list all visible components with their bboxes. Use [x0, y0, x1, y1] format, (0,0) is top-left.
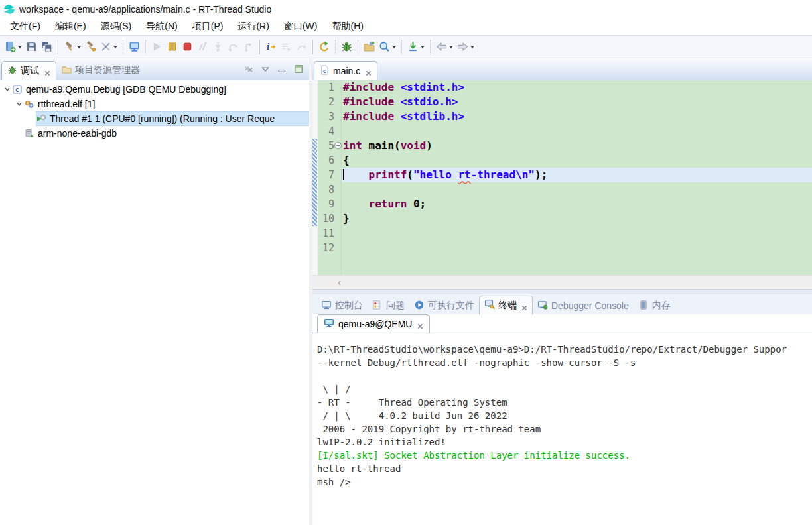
new-wizard-button[interactable] — [3, 39, 23, 55]
scroll-left-arrow-icon[interactable]: ‹ — [338, 278, 346, 286]
line-number: 3 — [318, 109, 341, 124]
maximize-button[interactable] — [293, 64, 304, 74]
tree-item[interactable]: arm-none-eabi-gdb — [0, 126, 309, 141]
problems-icon — [372, 300, 383, 312]
tab-label: 控制台 — [335, 300, 363, 312]
fold-collapse-icon[interactable]: − — [334, 142, 342, 149]
menu-item-6[interactable]: 窗口(W) — [277, 19, 325, 34]
back-button[interactable] — [435, 39, 454, 55]
tab-项目资源管理器[interactable]: 项目资源管理器 — [56, 61, 145, 80]
terminal-output[interactable]: D:\RT-ThreadStudio\workspace\qemu-a9>D:/… — [312, 333, 812, 525]
build-dropdown-arrow[interactable] — [77, 46, 81, 50]
code-line[interactable]: #include <stdio.h> — [342, 95, 812, 109]
code-line[interactable]: int main(void) — [342, 139, 812, 153]
code-line[interactable] — [342, 241, 812, 255]
tree-item[interactable]: cqemu-a9.Qemu.Debug [GDB QEMU Debugging] — [0, 82, 309, 97]
save-all-button[interactable] — [40, 39, 54, 55]
minimize-button[interactable] — [277, 64, 287, 74]
resume-icon — [151, 41, 163, 52]
restart-button[interactable] — [317, 39, 331, 55]
search-dropdown-arrow[interactable] — [392, 46, 396, 50]
save-all-icon — [41, 41, 52, 52]
debug-button[interactable] — [340, 39, 354, 55]
code-line[interactable]: printf("hello rt-thread\n"); — [342, 168, 812, 182]
terminal-line: 2006 - 2019 Copyright by rt-thread team — [317, 422, 812, 436]
code-line[interactable]: return 0; — [342, 197, 812, 211]
close-icon[interactable] — [366, 68, 372, 74]
tree-item[interactable]: rtthread.elf [1] — [0, 97, 309, 111]
search-button[interactable] — [377, 39, 397, 55]
new-wizard-dropdown-arrow[interactable] — [18, 46, 22, 50]
terminate-icon — [182, 41, 193, 52]
tree-item-label: Thread #1 1 (CPU#0 [running]) (Running :… — [50, 113, 275, 124]
close-icon[interactable] — [44, 68, 50, 74]
run-history-button[interactable] — [362, 39, 376, 55]
code-token — [343, 168, 369, 181]
code-line[interactable]: #include <stdint.h> — [342, 80, 812, 95]
menu-item-3[interactable]: 导航(N) — [139, 19, 184, 34]
tab-调试[interactable]: 调试 — [1, 61, 56, 80]
tab-问题[interactable]: 问题 — [368, 297, 409, 314]
code-area[interactable]: #include <stdint.h>#include <stdio.h>#in… — [342, 80, 812, 275]
last-edit-location-button[interactable] — [406, 39, 426, 55]
code-token: ; — [420, 198, 427, 210]
menu-label: ) — [266, 21, 269, 31]
external-tools-button[interactable] — [99, 39, 119, 55]
tab-控制台[interactable]: 控制台 — [316, 297, 368, 314]
instruction-mode-icon — [281, 41, 292, 52]
external-tools-dropdown-arrow[interactable] — [113, 46, 117, 50]
code-line[interactable] — [342, 124, 812, 139]
instruction-stepping-button[interactable]: i — [264, 39, 278, 55]
code-line[interactable]: } — [342, 211, 812, 226]
code-line[interactable] — [342, 182, 812, 197]
remove-all-terminated-button[interactable] — [243, 64, 254, 74]
remote-monitor-button[interactable] — [127, 39, 141, 55]
step-over-icon — [228, 41, 239, 52]
build-button[interactable] — [62, 39, 82, 55]
menu-label: 窗口( — [284, 21, 306, 31]
tree-indent — [15, 129, 24, 138]
close-icon[interactable] — [417, 321, 423, 327]
menu-item-0[interactable]: 文件(F) — [3, 19, 48, 34]
suspend-button[interactable] — [165, 39, 179, 55]
terminate-button[interactable] — [180, 39, 194, 55]
tab-Debugger-Console[interactable]: Debugger Console — [533, 297, 634, 314]
last-edit-location-dropdown-arrow[interactable] — [421, 46, 425, 50]
menu-item-2[interactable]: 源码(S) — [94, 19, 139, 34]
code-token: 0 — [413, 198, 420, 210]
code-line[interactable]: #include <stdlib.h> — [342, 109, 812, 124]
debug-view-tabbar: 调试项目资源管理器 — [0, 58, 309, 80]
tab-终端[interactable]: 终端 — [479, 296, 533, 314]
line-number: 2 — [318, 95, 341, 109]
menu-item-7[interactable]: 帮助(H) — [324, 19, 370, 34]
expander-expanded-icon[interactable] — [3, 85, 12, 94]
back-dropdown-arrow[interactable] — [449, 46, 453, 50]
code-token: printf — [369, 168, 407, 181]
tab-label: 问题 — [386, 300, 405, 312]
toolbar-separator — [358, 40, 358, 54]
expander-expanded-icon[interactable] — [15, 99, 24, 109]
code-line[interactable] — [342, 226, 812, 241]
build-project-button[interactable] — [84, 39, 98, 55]
last-edit-location-icon — [407, 41, 419, 52]
menu-item-4[interactable]: 项目(P) — [185, 19, 231, 34]
run-history-icon — [364, 41, 375, 52]
forward-dropdown-arrow[interactable] — [470, 46, 474, 50]
view-menu-button[interactable] — [260, 64, 271, 74]
save-button[interactable] — [25, 39, 38, 55]
tree-item[interactable]: Thread #1 1 (CPU#0 [running]) (Running :… — [0, 111, 309, 126]
editor-horizontal-scrollbar[interactable]: ‹ — [312, 275, 812, 290]
menu-item-1[interactable]: 编辑(E) — [48, 19, 94, 34]
forward-button[interactable] — [456, 39, 476, 55]
code-editor[interactable]: 12345−6789101112 #include <stdint.h>#inc… — [312, 80, 812, 275]
tab-main-c[interactable]: cmain.c — [314, 61, 377, 80]
tab-内存[interactable]: 内存 — [634, 297, 675, 314]
terminal-line: / | \ 4.0.2 build Jun 26 2022 — [317, 409, 812, 422]
gdb-process-icon — [24, 128, 34, 139]
close-icon[interactable] — [521, 302, 527, 308]
console-icon — [321, 300, 332, 312]
tab-qemu-a9-QEMU[interactable]: qemu-a9@QEMU — [317, 314, 430, 333]
tab-可执行文件[interactable]: 可执行文件 — [409, 297, 479, 314]
code-line[interactable]: { — [342, 153, 812, 168]
menu-item-5[interactable]: 运行(R) — [230, 19, 276, 34]
